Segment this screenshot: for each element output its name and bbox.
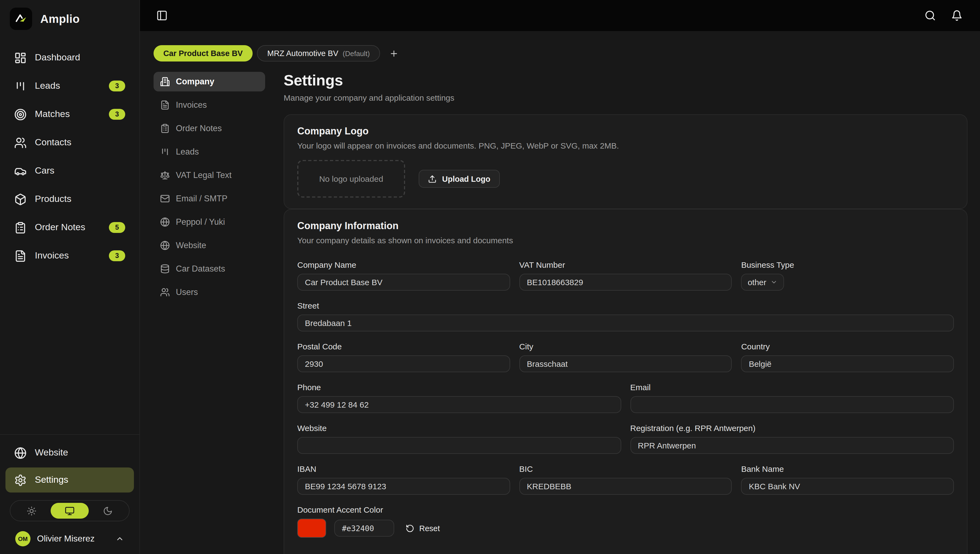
subnav-item-vat-legal-text[interactable]: VAT Legal Text <box>153 166 265 185</box>
sidebar-item-label: Settings <box>35 474 125 486</box>
gear-icon <box>14 474 27 486</box>
street-input[interactable] <box>297 315 954 331</box>
settings-layout: Company Invoices Order Notes Leads <box>153 72 967 554</box>
sidebar-item-matches[interactable]: Matches 3 <box>5 102 134 127</box>
theme-toggle <box>10 500 129 521</box>
subnav-item-users[interactable]: Users <box>153 282 265 302</box>
tab-label: MRZ Automotive BV <box>267 49 338 58</box>
business-type-value: other <box>748 277 766 287</box>
tab-car-product-base[interactable]: Car Product Base BV <box>153 45 253 62</box>
color-swatch[interactable] <box>297 519 326 538</box>
settings-subnav: Company Invoices Order Notes Leads <box>153 72 265 554</box>
field-label: Country <box>741 342 954 351</box>
subnav-item-website[interactable]: Website <box>153 236 265 255</box>
bank-name-input[interactable] <box>741 478 954 495</box>
business-type-select[interactable]: other <box>741 274 784 291</box>
tab-default-suffix: (Default) <box>343 49 370 57</box>
sidebar-nav: Dashboard Leads 3 Matches 3 Contacts Car… <box>0 45 139 268</box>
sidebar-item-contacts[interactable]: Contacts <box>5 130 134 155</box>
sidebar-toggle-icon[interactable] <box>156 10 168 21</box>
subnav-label: Email / SMTP <box>176 194 227 204</box>
company-info-card: Company Information Your company details… <box>284 209 967 554</box>
iban-input[interactable] <box>297 478 510 495</box>
add-workspace-button[interactable] <box>385 45 403 62</box>
mail-icon <box>160 194 170 204</box>
tab-label: Car Product Base BV <box>163 49 243 58</box>
sidebar-item-label: Contacts <box>35 137 125 148</box>
theme-system-button[interactable] <box>51 503 89 519</box>
field-phone: Phone <box>297 382 621 413</box>
bell-icon[interactable] <box>951 10 962 21</box>
city-input[interactable] <box>519 355 732 372</box>
tab-mrz-automotive[interactable]: MRZ Automotive BV (Default) <box>257 45 380 62</box>
user-menu[interactable]: OM Olivier Miserez <box>5 524 134 554</box>
subnav-item-company[interactable]: Company <box>153 72 265 91</box>
field-website: Website <box>297 423 621 454</box>
sidebar-item-settings[interactable]: Settings <box>5 468 134 492</box>
theme-dark-button[interactable] <box>89 503 127 519</box>
sidebar-item-label: Dashboard <box>35 52 125 63</box>
subnav-label: Car Datasets <box>176 264 225 274</box>
sidebar-footer: Website Settings OM Olivier Miserez <box>0 434 139 554</box>
leads-count-badge: 3 <box>109 81 125 91</box>
clipboard-icon <box>160 124 170 133</box>
sidebar-spacer <box>0 268 139 434</box>
building-icon <box>160 77 170 86</box>
subnav-label: Company <box>176 77 214 86</box>
sidebar-item-website[interactable]: Website <box>5 440 134 465</box>
topbar <box>140 0 980 31</box>
sidebar-item-leads[interactable]: Leads 3 <box>5 73 134 99</box>
subnav-label: Users <box>176 287 198 297</box>
avatar: OM <box>15 531 30 546</box>
bic-input[interactable] <box>519 478 732 495</box>
sidebar-item-label: Matches <box>35 109 101 120</box>
sidebar-item-order-notes[interactable]: Order Notes 5 <box>5 215 134 240</box>
subnav-item-peppol-yuki[interactable]: Peppol / Yuki <box>153 212 265 232</box>
upload-icon <box>428 174 437 183</box>
upload-logo-button[interactable]: Upload Logo <box>419 170 500 188</box>
postal-code-input[interactable] <box>297 355 510 372</box>
subnav-item-leads[interactable]: Leads <box>153 142 265 162</box>
subnav-item-order-notes[interactable]: Order Notes <box>153 119 265 138</box>
field-label: Document Accent Color <box>297 505 954 514</box>
card-description: Your company details as shown on invoice… <box>297 236 954 245</box>
matches-count-badge: 3 <box>109 109 125 120</box>
sidebar-item-cars[interactable]: Cars <box>5 158 134 183</box>
sidebar-item-label: Order Notes <box>35 222 101 233</box>
registration-input[interactable] <box>630 437 954 454</box>
field-label: Business Type <box>741 260 954 269</box>
subnav-label: Order Notes <box>176 124 222 133</box>
subnav-item-car-datasets[interactable]: Car Datasets <box>153 259 265 279</box>
subnav-item-invoices[interactable]: Invoices <box>153 95 265 115</box>
subnav-label: Website <box>176 240 206 250</box>
sidebar-item-products[interactable]: Products <box>5 187 134 212</box>
vat-number-input[interactable] <box>519 274 732 291</box>
plus-icon <box>389 49 398 58</box>
country-input[interactable] <box>741 355 954 372</box>
hex-color-input[interactable] <box>334 520 394 536</box>
theme-light-button[interactable] <box>13 503 51 519</box>
main-area: Car Product Base BV MRZ Automotive BV (D… <box>140 0 980 554</box>
clipboard-icon <box>14 221 27 234</box>
sidebar-item-dashboard[interactable]: Dashboard <box>5 45 134 70</box>
company-name-input[interactable] <box>297 274 510 291</box>
upload-logo-label: Upload Logo <box>442 174 490 183</box>
globe-icon <box>14 447 27 459</box>
subnav-item-email-smtp[interactable]: Email / SMTP <box>153 189 265 209</box>
sidebar-item-invoices[interactable]: Invoices 3 <box>5 243 134 268</box>
field-label: Phone <box>297 382 621 392</box>
sun-icon <box>27 506 37 516</box>
user-name: Olivier Miserez <box>37 534 109 544</box>
reset-color-button[interactable]: Reset <box>402 524 443 533</box>
field-label: Company Name <box>297 260 510 269</box>
field-vat-number: VAT Number <box>519 260 732 291</box>
logo-dropzone[interactable]: No logo uploaded <box>297 160 405 197</box>
search-icon[interactable] <box>924 10 936 21</box>
field-label: VAT Number <box>519 260 732 269</box>
website-input[interactable] <box>297 437 621 454</box>
file-text-icon <box>14 250 27 262</box>
phone-input[interactable] <box>297 396 621 413</box>
email-input[interactable] <box>630 396 954 413</box>
sidebar-item-label: Cars <box>35 166 125 176</box>
field-bank-name: Bank Name <box>741 464 954 495</box>
